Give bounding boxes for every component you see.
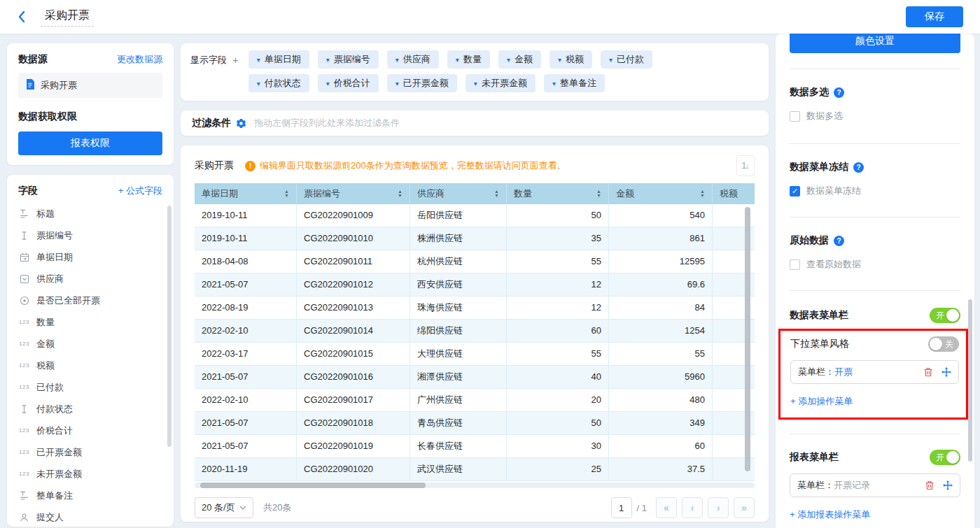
sort-icon[interactable]: ▲▼ bbox=[284, 190, 289, 198]
table-cell: 349 bbox=[609, 412, 713, 435]
delete-icon[interactable] bbox=[923, 367, 933, 377]
help-icon[interactable]: ? bbox=[834, 236, 844, 246]
sort-icon[interactable]: ▲▼ bbox=[398, 190, 402, 198]
save-button[interactable]: 保存 bbox=[906, 6, 963, 27]
add-report-action-menu-link[interactable]: + 添加报表操作菜单 bbox=[790, 508, 870, 521]
add-display-field-button[interactable]: + bbox=[232, 54, 239, 98]
move-icon[interactable] bbox=[941, 367, 951, 377]
field-item[interactable]: 票据编号 bbox=[18, 224, 169, 246]
table-vertical-scrollbar[interactable] bbox=[745, 207, 750, 471]
field-item[interactable]: 供应商 bbox=[18, 268, 169, 290]
table-cell: CG20220901016 bbox=[297, 366, 410, 389]
previous-page-button[interactable]: ‹ bbox=[682, 497, 703, 518]
sort-icon[interactable]: ▲▼ bbox=[596, 190, 601, 198]
table-cell: 2018-04-08 bbox=[195, 250, 297, 273]
last-page-button[interactable]: » bbox=[734, 497, 755, 518]
raw-data-checkbox[interactable] bbox=[790, 259, 800, 270]
first-page-button[interactable]: « bbox=[656, 497, 677, 518]
table-row: 2021-05-07CG20220901019长春供应链3060 bbox=[195, 435, 755, 458]
datasource-item-label: 采购开票 bbox=[41, 79, 77, 92]
dropdown-style-label: 下拉菜单风格 bbox=[790, 338, 849, 350]
field-item[interactable]: 123已付款 bbox=[18, 376, 169, 398]
display-field-chip[interactable]: ▾税额 bbox=[550, 50, 592, 69]
sort-icon[interactable]: ▲▼ bbox=[700, 190, 705, 198]
delete-icon[interactable] bbox=[925, 480, 934, 490]
field-item[interactable]: 123数量 bbox=[18, 311, 169, 333]
raw-data-checkbox-label: 查看原始数据 bbox=[806, 258, 861, 271]
change-datasource-link[interactable]: 更改数据源 bbox=[117, 53, 162, 66]
display-field-chip[interactable]: ▾价税合计 bbox=[318, 74, 379, 92]
table-cell: CG20220901013 bbox=[297, 297, 410, 320]
move-icon[interactable] bbox=[943, 480, 953, 490]
page-number-input[interactable]: 1 bbox=[611, 497, 632, 518]
table-cell: 湘潭供应链 bbox=[410, 366, 507, 389]
sort-icon[interactable]: ▲▼ bbox=[494, 190, 499, 198]
display-field-chip[interactable]: ▾已付款 bbox=[601, 50, 652, 69]
color-settings-button[interactable]: 颜色设置 bbox=[790, 34, 960, 53]
dropdown-style-toggle[interactable]: 关 bbox=[928, 336, 959, 352]
column-header[interactable]: 金额▲▼ bbox=[609, 183, 713, 204]
display-field-chip[interactable]: ▾已开票金额 bbox=[387, 74, 457, 92]
report-permission-button[interactable]: 报表权限 bbox=[18, 131, 162, 155]
gear-icon[interactable] bbox=[236, 118, 246, 129]
sort-order-icon[interactable]: 1↓ bbox=[736, 155, 755, 176]
display-field-chip[interactable]: ▾单据日期 bbox=[248, 50, 309, 69]
field-item[interactable]: 123价税合计 bbox=[18, 420, 169, 441]
page-size-select[interactable]: 20 条/页 bbox=[195, 497, 253, 518]
display-field-chip[interactable]: ▾未开票金额 bbox=[465, 74, 536, 92]
field-item[interactable]: 整单备注 bbox=[18, 485, 169, 506]
date-icon bbox=[18, 252, 30, 262]
display-field-chip[interactable]: ▾金额 bbox=[498, 50, 541, 69]
fields-scrollbar[interactable] bbox=[167, 206, 172, 447]
table-cell: 岳阳供应链 bbox=[410, 204, 507, 227]
field-item[interactable]: 单据日期 bbox=[18, 246, 169, 268]
menu-item-value-link[interactable]: 开票 bbox=[834, 366, 853, 378]
report-menu-toggle[interactable]: 开 bbox=[930, 450, 960, 465]
display-field-chip[interactable]: ▾票据编号 bbox=[318, 50, 379, 69]
help-icon[interactable]: ? bbox=[853, 162, 864, 173]
field-item[interactable]: 提交人 bbox=[18, 506, 169, 527]
column-header[interactable]: 票据编号▲▼ bbox=[297, 183, 410, 204]
table-cell: CG20220901010 bbox=[297, 227, 410, 250]
caret-down-icon: ▾ bbox=[396, 56, 399, 64]
field-item[interactable]: 123税额 bbox=[18, 355, 169, 376]
field-item[interactable]: 是否已全部开票 bbox=[18, 290, 169, 311]
table-cell: 2020-11-19 bbox=[195, 458, 297, 481]
help-icon[interactable]: ? bbox=[834, 87, 844, 98]
display-field-chip[interactable]: ▾付款状态 bbox=[248, 74, 309, 92]
display-field-chip[interactable]: ▾供应商 bbox=[387, 50, 439, 69]
caret-down-icon: ▾ bbox=[558, 56, 561, 64]
multi-select-checkbox[interactable] bbox=[790, 111, 800, 122]
chevron-down-icon bbox=[239, 506, 246, 510]
column-header[interactable]: 单据日期▲▼ bbox=[195, 183, 297, 204]
report-menu-bar-item[interactable]: 菜单栏： 开票记录 bbox=[790, 473, 960, 497]
settings-scrollbar[interactable] bbox=[968, 299, 972, 462]
back-icon[interactable] bbox=[17, 10, 31, 24]
page-title[interactable]: 采购开票 bbox=[41, 7, 94, 27]
next-page-button[interactable]: › bbox=[708, 497, 729, 518]
display-field-chip[interactable]: ▾数量 bbox=[447, 50, 490, 69]
add-formula-field-link[interactable]: + 公式字段 bbox=[118, 185, 162, 197]
menu-freeze-checkbox[interactable]: ✓ bbox=[790, 186, 800, 197]
field-item[interactable]: 付款状态 bbox=[18, 398, 169, 420]
table-cell: 珠海供应链 bbox=[410, 297, 507, 320]
field-item[interactable]: 标题 bbox=[18, 203, 169, 224]
table-horizontal-scrollbar[interactable] bbox=[200, 483, 426, 488]
table-cell: 2022-08-19 bbox=[195, 297, 297, 320]
field-item[interactable]: 123未开票金额 bbox=[18, 463, 169, 485]
table-cell: 大理供应链 bbox=[410, 343, 507, 366]
multiline-text-icon bbox=[18, 490, 30, 501]
datasource-item[interactable]: 采购开票 bbox=[18, 73, 162, 98]
table-menu-toggle[interactable]: 开 bbox=[930, 308, 960, 323]
field-item[interactable]: 123金额 bbox=[18, 333, 169, 355]
table-cell: 69.6 bbox=[609, 273, 713, 297]
field-item[interactable]: 123已开票金额 bbox=[18, 441, 169, 463]
column-header[interactable]: 供应商▲▼ bbox=[410, 183, 507, 204]
number-icon: 123 bbox=[18, 449, 30, 455]
add-action-menu-link[interactable]: + 添加操作菜单 bbox=[790, 395, 853, 408]
display-field-chip[interactable]: ▾整单备注 bbox=[544, 74, 605, 92]
caret-down-icon: ▾ bbox=[552, 80, 556, 87]
column-header[interactable]: 数量▲▼ bbox=[507, 183, 609, 204]
table-cell: CG20220901009 bbox=[297, 204, 410, 227]
menu-bar-item[interactable]: 菜单栏： 开票 bbox=[790, 360, 959, 384]
